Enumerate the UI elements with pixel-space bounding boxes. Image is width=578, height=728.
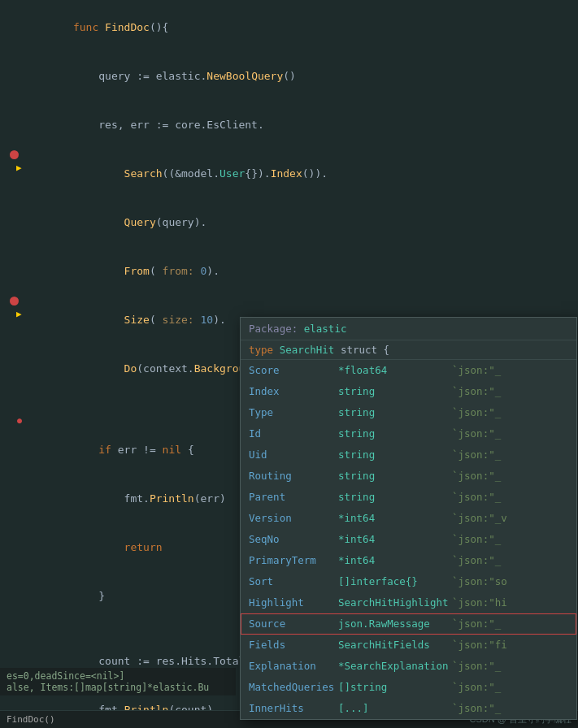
field-row-type[interactable]: Type string `json:"_ bbox=[241, 402, 576, 423]
code-line-1: func FindDoc(){ bbox=[35, 3, 571, 52]
code-line-4: Search((&model.User{}).Index()). bbox=[35, 150, 571, 198]
field-row-fields[interactable]: Fields SearchHitFields `json:"fi bbox=[241, 635, 576, 656]
gutter-bp1 bbox=[0, 146, 28, 163]
code-line-6: From( from: 0). bbox=[35, 247, 571, 296]
gutter-bp2 bbox=[0, 292, 28, 310]
field-row-primaryterm[interactable]: PrimaryTerm *int64 `json:"_ bbox=[241, 550, 576, 571]
field-row-routing[interactable]: Routing string `json:"_ bbox=[241, 466, 576, 487]
package-name: elastic bbox=[304, 323, 347, 335]
field-row-seqno[interactable]: SeqNo *int64 `json:"_ bbox=[241, 529, 576, 550]
arrow2: ▶ bbox=[16, 309, 22, 319]
field-row-innerhits[interactable]: InnerHits [...] `json:"_ bbox=[241, 698, 576, 719]
field-row-id[interactable]: Id string `json:"_ bbox=[241, 423, 576, 444]
footer-left: FindDoc() bbox=[7, 714, 55, 725]
field-row-sort[interactable]: Sort []interface{} `json:"so bbox=[241, 571, 576, 592]
arrow1: ▶ bbox=[16, 162, 22, 173]
debug-text-2: alse, Items:[]map[string]*elastic.Bu bbox=[7, 682, 229, 693]
debug-text-1: es=0,deadSince=<nil>] bbox=[7, 670, 229, 682]
code-line-3: res, err := core.EsClient. bbox=[35, 101, 571, 150]
field-row-uid[interactable]: Uid string `json:"_ bbox=[241, 444, 576, 466]
field-row-matchedqueries[interactable]: MatchedQueries []string `json:"_ bbox=[241, 677, 576, 698]
popup-header: Package: elastic bbox=[241, 318, 576, 340]
package-label: Package: bbox=[249, 323, 298, 335]
field-row-parent[interactable]: Parent string `json:"_ bbox=[241, 487, 576, 508]
code-line-5: Query(query). bbox=[35, 198, 571, 247]
field-row-score[interactable]: Score *float64 `json:"_ bbox=[241, 360, 576, 381]
field-row-explanation[interactable]: Explanation *SearchExplanation `json:"_ bbox=[241, 656, 576, 677]
field-row-highlight[interactable]: Highlight SearchHitHighlight `json:"hi bbox=[241, 592, 576, 613]
field-row-index[interactable]: Index string `json:"_ bbox=[241, 381, 576, 402]
debug-left-bar: es=0,deadSince=<nil>] alse, Items:[]map[… bbox=[0, 668, 236, 696]
popup-title-line: type SearchHit struct { bbox=[241, 340, 576, 360]
field-row-version[interactable]: Version *int64 `json:"_v bbox=[241, 508, 576, 529]
popup-overlay: Package: elastic type SearchHit struct {… bbox=[240, 317, 577, 720]
code-line-2: query := elastic.NewBoolQuery() bbox=[35, 52, 571, 101]
field-row-source[interactable]: Source json.RawMessage `json:"_ bbox=[241, 613, 576, 635]
